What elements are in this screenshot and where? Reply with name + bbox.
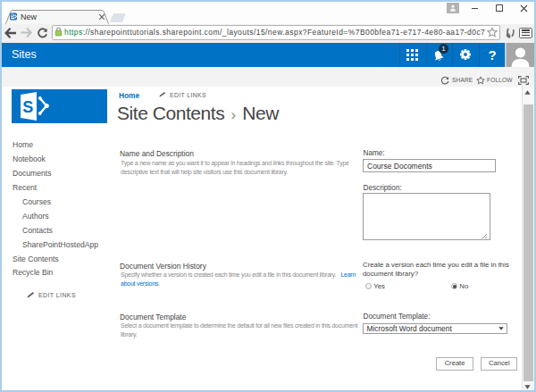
svg-text:S: S — [22, 98, 33, 116]
svg-text:S: S — [11, 13, 14, 19]
